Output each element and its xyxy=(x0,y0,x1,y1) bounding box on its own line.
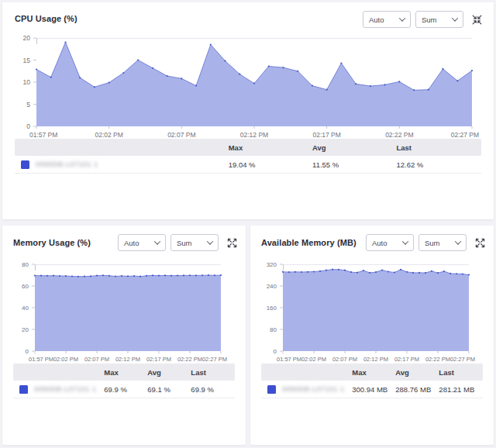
series-avg-value: 69.1 % xyxy=(147,385,191,394)
interval-select[interactable]: Auto xyxy=(118,234,166,251)
y-axis-tick-label: 40 xyxy=(22,305,29,312)
collapse-icon xyxy=(472,15,482,25)
x-axis-tick-label: 01:57 PM xyxy=(277,356,301,363)
aggregation-select[interactable]: Sum xyxy=(418,234,467,251)
series-last-value: 12.62 % xyxy=(396,160,480,169)
cpu-usage-panel: CPU Usage (%) Auto Sum 05101520 01:57 PM… xyxy=(2,2,494,219)
y-axis: 020406080 xyxy=(5,264,32,351)
collapse-button[interactable] xyxy=(470,13,483,26)
series-max-value: 19.04 % xyxy=(229,160,312,169)
cpu-chart: 05101520 01:57 PM02:02 PM02:07 PM02:12 P… xyxy=(7,38,477,146)
max-column-header: Max xyxy=(104,368,147,377)
series-max-value: 300.94 MB xyxy=(352,385,395,394)
cpu-stats-table: Max Avg Last 0090DB-L07101 1 19.04 % 11.… xyxy=(15,139,481,174)
available-memory-chart-plot[interactable] xyxy=(283,264,469,351)
aggregation-select-value: Sum xyxy=(425,239,440,247)
chevron-down-icon xyxy=(455,238,461,244)
aggregation-select[interactable]: Sum xyxy=(415,11,463,28)
y-axis: 080160240320 xyxy=(253,264,280,351)
panel-title: Available Memory (MB) xyxy=(261,238,356,247)
y-axis-tick-label: 5 xyxy=(26,101,30,109)
y-axis-tick-label: 80 xyxy=(270,326,277,333)
x-axis-tick-label: 02:17 PM xyxy=(146,356,171,363)
x-axis-tick-label: 02:07 PM xyxy=(332,356,357,363)
expand-icon xyxy=(227,238,237,248)
x-axis-tick-label: 02:22 PM xyxy=(385,131,413,139)
series-max-value: 69.9 % xyxy=(104,385,147,394)
interval-select-value: Auto xyxy=(124,239,140,247)
x-axis-tick-label: 02:17 PM xyxy=(312,131,340,139)
y-axis-tick-label: 80 xyxy=(22,261,29,268)
aggregation-select-value: Sum xyxy=(177,239,192,247)
interval-select[interactable]: Auto xyxy=(363,11,411,28)
x-axis-tick-label: 02:02 PM xyxy=(53,356,78,363)
y-axis-tick-label: 15 xyxy=(23,57,30,64)
series-name-redacted: 0090DB-L07101 1 xyxy=(34,385,97,393)
available-memory-chart: 080160240320 01:57 PM02:02 PM02:07 PM02:… xyxy=(253,264,474,371)
series-row[interactable]: 0090DB-L07101 1 19.04 % 11.55 % 12.62 % xyxy=(15,156,481,174)
y-axis: 05101520 xyxy=(7,38,33,126)
series-color-swatch xyxy=(19,385,28,394)
chevron-down-icon xyxy=(207,238,213,244)
max-column-header: Max xyxy=(229,143,312,152)
avg-column-header: Avg xyxy=(312,143,396,152)
series-cell: 0090DB-L07101 1 xyxy=(15,160,229,169)
y-axis-tick-label: 0 xyxy=(26,122,30,130)
last-column-header: Last xyxy=(396,143,480,152)
panel-controls: Auto Sum xyxy=(363,11,483,28)
available-memory-panel: Available Memory (MB) Auto Sum 080160240… xyxy=(250,226,494,445)
y-axis-tick-label: 20 xyxy=(22,326,29,333)
panel-title: CPU Usage (%) xyxy=(15,14,78,23)
interval-select-value: Auto xyxy=(369,16,384,24)
table-header-row: Max Avg Last xyxy=(261,364,483,381)
series-row[interactable]: 0090DB-L07101 1 69.9 % 69.1 % 69.9 % xyxy=(13,381,235,398)
expand-button[interactable] xyxy=(474,236,486,249)
x-axis-tick-label: 02:07 PM xyxy=(167,131,195,139)
x-axis-tick-label: 02:27 PM xyxy=(450,356,475,363)
x-axis-tick-label: 01:57 PM xyxy=(29,356,53,363)
memory-chart: 020406080 01:57 PM02:02 PM02:07 PM02:12 … xyxy=(5,264,226,371)
x-axis-tick-label: 02:22 PM xyxy=(177,356,202,363)
avg-column-header: Avg xyxy=(395,368,439,377)
memory-stats-table: Max Avg Last 0090DB-L07101 1 69.9 % 69.1… xyxy=(13,364,235,398)
table-header-row: Max Avg Last xyxy=(15,139,481,156)
series-color-swatch xyxy=(267,385,276,394)
memory-chart-plot[interactable] xyxy=(35,264,221,351)
panel-controls: Auto Sum xyxy=(366,234,486,251)
y-axis-tick-label: 0 xyxy=(274,348,277,355)
expand-button[interactable] xyxy=(226,236,238,249)
interval-select-value: Auto xyxy=(372,239,388,247)
aggregation-select-value: Sum xyxy=(422,16,437,24)
series-name-redacted: 0090DB-L07101 1 xyxy=(36,160,98,168)
series-row[interactable]: 0090DB-L07101 1 300.94 MB 288.76 MB 281.… xyxy=(261,381,483,398)
last-column-header: Last xyxy=(191,368,234,377)
series-cell: 0090DB-L07101 1 xyxy=(261,385,352,394)
cpu-chart-plot[interactable] xyxy=(36,38,472,126)
aggregation-select[interactable]: Sum xyxy=(170,234,219,251)
chevron-down-icon xyxy=(402,238,408,244)
interval-select[interactable]: Auto xyxy=(366,234,414,251)
series-avg-value: 11.55 % xyxy=(312,160,396,169)
panel-controls: Auto Sum xyxy=(118,234,238,251)
max-column-header: Max xyxy=(352,368,395,377)
x-axis-tick-label: 02:02 PM xyxy=(95,131,122,139)
x-axis-tick-label: 02:07 PM xyxy=(84,356,109,363)
y-axis-tick-label: 10 xyxy=(23,78,30,86)
table-header-row: Max Avg Last xyxy=(13,364,235,381)
x-axis-tick-label: 02:27 PM xyxy=(451,131,479,139)
x-axis-tick-label: 02:27 PM xyxy=(202,356,227,363)
y-axis-tick-label: 0 xyxy=(26,348,29,355)
chevron-down-icon xyxy=(452,15,458,21)
series-cell: 0090DB-L07101 1 xyxy=(13,385,104,394)
y-axis-tick-label: 240 xyxy=(267,283,277,290)
x-axis-tick-label: 02:22 PM xyxy=(425,356,450,363)
x-axis-tick-label: 02:12 PM xyxy=(240,131,268,139)
y-axis-tick-label: 160 xyxy=(267,305,277,312)
series-last-value: 69.9 % xyxy=(191,385,234,394)
x-axis-tick-label: 02:12 PM xyxy=(363,356,388,363)
series-avg-value: 288.76 MB xyxy=(395,385,439,394)
panel-title: Memory Usage (%) xyxy=(13,238,91,247)
expand-icon xyxy=(475,238,485,248)
avg-column-header: Avg xyxy=(147,368,191,377)
available-memory-stats-table: Max Avg Last 0090DB-L07101 1 300.94 MB 2… xyxy=(261,364,483,398)
